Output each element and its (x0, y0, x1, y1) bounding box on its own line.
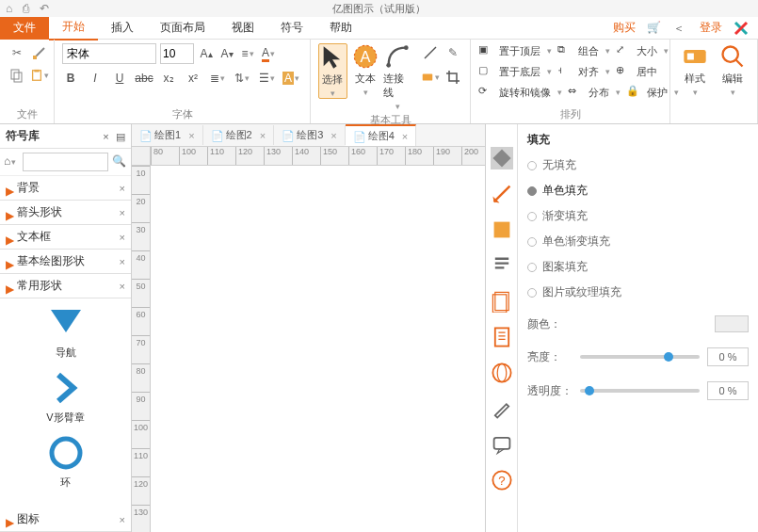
symbol-search-input[interactable] (23, 153, 108, 171)
protect-icon[interactable]: 🔒 (626, 85, 641, 100)
protect-label[interactable]: 保护 (647, 86, 668, 100)
layers-tab-icon[interactable] (491, 290, 513, 313)
drawing-canvas[interactable] (151, 166, 485, 532)
help-tab-icon[interactable]: ? (491, 469, 513, 492)
decrease-font-icon[interactable]: A▾ (218, 45, 235, 62)
fill-opt-texture[interactable]: 图片或纹理填充 (527, 284, 749, 300)
rotate-icon[interactable]: ⟳ (478, 85, 493, 100)
connector-tool[interactable]: 连接线 ▾ (383, 43, 411, 111)
color-swatch[interactable] (715, 315, 749, 332)
qa-undo-icon[interactable]: ↶ (40, 2, 53, 15)
center-icon[interactable]: ⊕ (616, 64, 631, 79)
shape-chevron[interactable]: V形臂章 (46, 369, 84, 425)
bold-button[interactable]: B (62, 70, 79, 87)
text-tab-icon[interactable] (491, 254, 513, 277)
menu-insert[interactable]: 插入 (98, 16, 147, 40)
close-icon[interactable]: × (120, 256, 125, 267)
shape-ring[interactable]: 环 (47, 434, 85, 490)
doc-tab-2[interactable]: 📄绘图2× (203, 125, 275, 145)
close-icon[interactable]: × (120, 207, 125, 218)
file-menu[interactable]: 文件 (0, 16, 49, 40)
panel-menu-icon[interactable]: ▤ (116, 131, 125, 142)
distribute-label[interactable]: 分布 (589, 86, 609, 100)
fill-opt-mono-gradient[interactable]: 单色渐变填充 (527, 234, 749, 250)
shape-icon[interactable]: ▾ (421, 68, 440, 87)
increase-font-icon[interactable]: A▴ (198, 45, 215, 62)
cat-text-box[interactable]: ▶文本框× (0, 225, 131, 250)
size-label[interactable]: 大小 (637, 44, 657, 58)
close-icon[interactable]: × (120, 514, 125, 525)
center-label[interactable]: 居中 (637, 65, 657, 79)
underline-button[interactable]: U (111, 70, 128, 87)
size-icon[interactable]: ⤢ (616, 43, 631, 58)
align-icon[interactable]: ⫞ (557, 64, 573, 79)
globe-tab-icon[interactable] (491, 362, 513, 384)
menu-page-layout[interactable]: 页面布局 (147, 16, 218, 40)
brightness-slider[interactable] (580, 355, 700, 359)
horizontal-ruler[interactable]: 80100110120130140150160170180190200 (151, 147, 485, 166)
opacity-value[interactable]: 0 % (707, 381, 749, 400)
search-icon[interactable]: 🔍 (112, 154, 127, 169)
close-icon[interactable]: × (188, 130, 194, 141)
menu-start[interactable]: 开始 (49, 15, 98, 40)
cart-icon[interactable]: 🛒 (647, 21, 662, 36)
superscript-button[interactable]: x² (185, 70, 202, 87)
copy-icon[interactable] (8, 66, 26, 85)
italic-button[interactable]: I (87, 70, 104, 87)
share-icon[interactable]: ＜ (673, 21, 688, 36)
bring-front-label[interactable]: 置于顶层 (499, 44, 540, 58)
login-link[interactable]: 登录 (700, 20, 722, 36)
home-icon[interactable]: ⌂▾ (4, 154, 19, 169)
shape-tab-icon[interactable] (491, 218, 513, 241)
font-family-select[interactable] (62, 43, 156, 64)
doc-tab-4[interactable]: 📄绘图4× (346, 124, 417, 146)
panel-close-icon[interactable]: × (103, 131, 108, 142)
doc-tab-1[interactable]: 📄绘图1× (132, 125, 203, 145)
fill-opt-none[interactable]: 无填充 (527, 157, 749, 173)
rotate-label[interactable]: 旋转和镜像 (499, 86, 551, 100)
cut-icon[interactable]: ✂ (8, 43, 26, 62)
fill-opt-gradient[interactable]: 渐变填充 (527, 208, 749, 224)
text-align-h-icon[interactable]: ≡▾ (239, 45, 256, 62)
style-tool[interactable]: 样式▾ (678, 43, 712, 97)
group-icon[interactable]: ⧉ (557, 43, 573, 58)
page-tab-icon[interactable] (491, 326, 513, 348)
close-icon[interactable]: × (120, 183, 125, 194)
line-icon[interactable] (421, 43, 440, 62)
highlight-icon[interactable]: A▾ (282, 70, 299, 87)
shape-navigation[interactable]: 导航 (47, 304, 85, 360)
cat-basic-shapes[interactable]: ▶基本绘图形状× (0, 250, 131, 274)
text-tool[interactable]: A 文本 ▾ (351, 43, 379, 97)
opacity-slider[interactable] (580, 389, 700, 393)
ruler-origin[interactable] (132, 147, 151, 166)
cat-common-shapes[interactable]: ▶常用形状× (0, 274, 131, 298)
cat-arrow-shapes[interactable]: ▶箭头形状× (0, 201, 131, 225)
strike-button[interactable]: abc (136, 70, 153, 87)
crop-icon[interactable] (444, 68, 462, 87)
qa-print-icon[interactable]: ⎙ (23, 2, 36, 15)
line-tab-icon[interactable] (491, 183, 513, 205)
brush-icon[interactable] (30, 43, 49, 62)
line-spacing-icon[interactable]: ⇅▾ (234, 70, 250, 87)
comment-tab-icon[interactable] (491, 433, 513, 456)
close-icon[interactable]: × (260, 130, 266, 141)
menu-symbols[interactable]: 符号 (267, 16, 316, 40)
close-icon[interactable]: × (331, 130, 336, 141)
send-back-icon[interactable]: ▢ (478, 64, 493, 79)
group-label[interactable]: 组合 (578, 44, 599, 58)
close-icon[interactable]: × (120, 281, 125, 292)
align-label[interactable]: 对齐 (578, 65, 599, 79)
font-size-select[interactable] (160, 43, 194, 64)
select-tool[interactable]: 选择 ▾ (318, 43, 347, 99)
cat-icons[interactable]: ▶图标× (0, 508, 131, 532)
vertical-ruler[interactable]: 102030405060708090100110120130140 (132, 166, 151, 532)
menu-view[interactable]: 视图 (218, 16, 267, 40)
pencil-icon[interactable]: ✎ (444, 43, 462, 62)
doc-tab-3[interactable]: 📄绘图3× (274, 125, 346, 145)
paste-icon[interactable]: ▾ (30, 66, 49, 85)
text-color-icon[interactable]: A▾ (260, 45, 277, 62)
qa-home-icon[interactable]: ⌂ (6, 2, 19, 15)
cat-background[interactable]: ▶背景× (0, 176, 131, 201)
bullets-icon[interactable]: ≣▾ (209, 70, 226, 87)
send-back-label[interactable]: 置于底层 (499, 65, 540, 79)
